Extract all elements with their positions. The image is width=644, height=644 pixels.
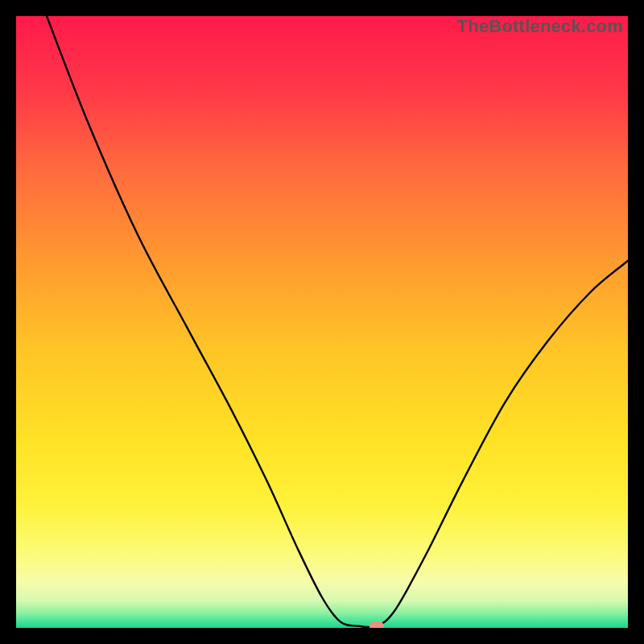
optimal-marker [369,621,384,628]
bottleneck-curve [16,16,628,628]
plot-area: TheBottleneck.com [16,16,628,628]
chart-stage: TheBottleneck.com [0,0,644,644]
